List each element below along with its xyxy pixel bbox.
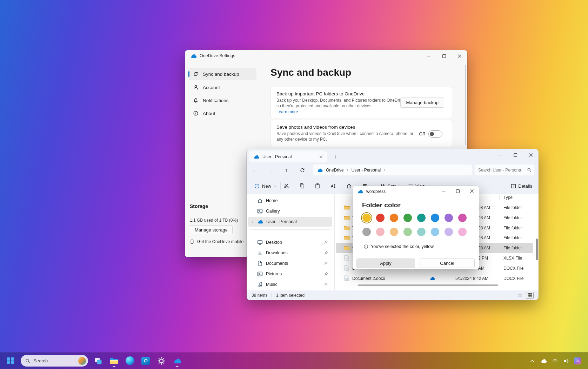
file-row-document2[interactable]: Document 2.docx 5/1/2024 8:42 AM DOCX Fi…	[336, 274, 533, 283]
color-row-1	[362, 214, 467, 222]
close-button[interactable]	[452, 50, 467, 62]
manage-backup-button[interactable]: Manage backup	[400, 98, 444, 108]
sidebar-item-pictures[interactable]: Pictures	[248, 269, 332, 279]
swatch-light-blue[interactable]	[431, 228, 439, 236]
task-view-button[interactable]	[91, 354, 105, 368]
swatch-magenta[interactable]	[458, 214, 467, 222]
swatch-blue[interactable]	[431, 214, 439, 222]
chevron-right-icon[interactable]	[251, 220, 254, 223]
onedrive-tray-icon[interactable]	[540, 358, 547, 363]
vertical-scrollbar-thumb[interactable]	[536, 239, 538, 260]
sidebar-item-gallery[interactable]: Gallery	[248, 206, 332, 216]
swatch-red[interactable]	[376, 214, 385, 222]
windows-logo-icon	[7, 357, 14, 364]
details-view-toggle[interactable]	[516, 292, 524, 299]
swatch-teal[interactable]	[417, 214, 426, 222]
paste-button[interactable]	[312, 180, 323, 192]
search-box[interactable]	[475, 165, 534, 175]
swatch-pink[interactable]	[458, 228, 467, 236]
cut-button[interactable]	[281, 180, 292, 192]
minimize-button[interactable]	[421, 50, 436, 62]
settings-nav-about[interactable]: About	[188, 107, 256, 119]
wifi-icon[interactable]	[552, 358, 558, 364]
nav-label: About	[203, 111, 215, 116]
tray-people-icon[interactable]	[574, 357, 581, 364]
folder-icon	[344, 205, 350, 210]
rename-button[interactable]	[328, 180, 339, 192]
explorer-tab[interactable]: User - Personal	[249, 151, 327, 162]
swatch-yellow[interactable]	[362, 214, 371, 222]
back-button[interactable]: ←	[249, 165, 261, 176]
swatch-gray[interactable]	[362, 228, 371, 236]
close-button[interactable]	[465, 186, 479, 196]
list-view-icon	[518, 293, 522, 297]
manage-storage-button[interactable]: Manage storage	[190, 225, 233, 234]
column-type[interactable]: Type	[503, 195, 513, 200]
settings-nav-notifications[interactable]: Notifications	[188, 94, 256, 106]
chevron-up-icon[interactable]	[529, 358, 535, 364]
sidebar-item-desktop[interactable]: Desktop	[248, 237, 332, 247]
horizontal-scrollbar-thumb[interactable]	[358, 284, 498, 286]
edge-button[interactable]	[123, 354, 137, 368]
minimize-button[interactable]	[437, 186, 451, 196]
search-input[interactable]	[478, 168, 527, 173]
new-button[interactable]: New	[251, 181, 280, 191]
maximize-button[interactable]	[508, 149, 523, 161]
new-tab-button[interactable]	[332, 153, 339, 160]
up-button[interactable]: ↑	[281, 165, 292, 176]
cancel-button[interactable]: Cancel	[420, 259, 475, 268]
swatch-orange[interactable]	[390, 214, 398, 222]
scrollbar-thumb[interactable]	[465, 65, 466, 145]
card-title: Save photos and videos from devices	[276, 125, 355, 130]
outlook-icon	[141, 357, 150, 365]
sidebar-item-home[interactable]: Home	[248, 196, 332, 206]
refresh-button[interactable]	[296, 165, 308, 176]
search-highlight-icon[interactable]	[78, 357, 86, 365]
learn-more-link[interactable]: Learn more	[276, 109, 298, 114]
swatch-light-teal[interactable]	[417, 228, 426, 236]
start-button[interactable]	[4, 354, 18, 368]
column-divider[interactable]	[499, 195, 500, 200]
settings-nav-account[interactable]: Account	[188, 81, 256, 93]
sidebar-item-downloads[interactable]: Downloads	[248, 248, 332, 258]
sidebar-item-music[interactable]: Music	[248, 280, 332, 289]
outlook-button[interactable]	[139, 354, 153, 368]
swatch-light-green[interactable]	[403, 228, 412, 236]
photos-toggle[interactable]	[428, 130, 442, 137]
dialog-heading: Folder color	[362, 201, 401, 209]
file-explorer-button[interactable]	[107, 354, 121, 368]
info-icon	[363, 244, 368, 249]
search-icon	[527, 168, 532, 172]
swatch-peach[interactable]	[390, 228, 398, 236]
volume-icon[interactable]	[563, 358, 569, 364]
minimize-button[interactable]	[492, 149, 508, 161]
swatch-light-pink[interactable]	[376, 228, 385, 236]
taskbar-search[interactable]: Search	[21, 355, 88, 367]
sidebar-item-documents[interactable]: Documents	[248, 259, 332, 268]
breadcrumb-user-personal[interactable]: User - Personal	[352, 168, 381, 173]
onedrive-button[interactable]	[170, 354, 184, 368]
onedrive-status-icon	[429, 276, 435, 280]
close-button[interactable]	[523, 149, 539, 161]
selection-info: You've selected the color, yellow.	[363, 244, 435, 249]
chevron-right-icon[interactable]	[381, 168, 388, 172]
settings-nav-sync-and-backup[interactable]: Sync and backup	[188, 68, 256, 80]
maximize-button[interactable]	[436, 50, 452, 62]
folder-icon	[344, 215, 350, 220]
tab-close-button[interactable]	[318, 154, 324, 160]
bell-icon	[193, 98, 199, 103]
details-button[interactable]: Details	[508, 181, 535, 191]
chevron-right-icon[interactable]	[344, 168, 352, 172]
icons-view-toggle[interactable]	[526, 292, 534, 299]
sidebar-item-user-personal[interactable]: User - Personal	[248, 217, 332, 227]
swatch-green[interactable]	[403, 214, 412, 222]
settings-button[interactable]	[154, 354, 168, 368]
copy-button[interactable]	[296, 180, 308, 192]
swatch-lavender[interactable]	[445, 228, 453, 236]
breadcrumb-onedrive[interactable]: OneDrive	[326, 168, 344, 173]
mobile-app-link[interactable]: Get the OneDrive mobile	[190, 239, 243, 244]
maximize-button[interactable]	[451, 186, 465, 196]
address-bar[interactable]: OneDrive User - Personal	[313, 165, 472, 175]
swatch-purple[interactable]	[445, 214, 453, 222]
apply-button[interactable]: Apply	[356, 259, 415, 268]
